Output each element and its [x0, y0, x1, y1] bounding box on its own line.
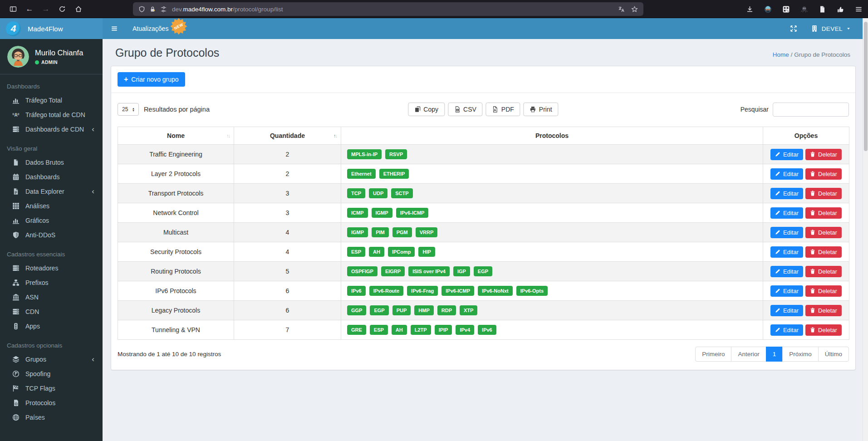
protocol-badge: UDP	[369, 188, 387, 198]
csv-button[interactable]: CSV	[448, 103, 483, 116]
edit-button[interactable]: Editar	[770, 188, 803, 199]
translate-icon[interactable]	[618, 6, 625, 13]
create-group-button[interactable]: + Criar novo grupo	[118, 72, 185, 87]
extension-avatar-icon[interactable]	[764, 5, 772, 13]
pagination-page-1[interactable]: 1	[766, 347, 783, 362]
reload-icon[interactable]	[55, 2, 69, 16]
fullscreen-icon[interactable]	[790, 25, 797, 32]
sidebar-item-grupos[interactable]: Grupos‹	[0, 352, 103, 367]
pagination-first[interactable]: Primeiro	[695, 347, 731, 362]
chevron-left-icon: ‹	[92, 127, 96, 132]
brand[interactable]: 4 Made4Flow	[0, 18, 103, 39]
delete-button[interactable]: Deletar	[805, 188, 842, 199]
table-row: Traffic Engineering2MPLS-in-IPRSVPEditar…	[118, 145, 849, 164]
sidebar-item-label: Anti-DDoS	[25, 231, 55, 239]
scrollbar-thumb[interactable]	[864, 22, 868, 151]
print-button[interactable]: Print	[524, 103, 559, 116]
sidebar-item-cdn[interactable]: CDN	[0, 304, 103, 319]
edit-button[interactable]: Editar	[770, 266, 803, 277]
sidebar-item-anti-ddos[interactable]: Anti-DDoS	[0, 228, 103, 242]
group-protocols: GGPEGPPUPHMPRDPXTP	[341, 301, 763, 320]
delete-button-label: Deletar	[818, 327, 837, 333]
delete-button[interactable]: Deletar	[805, 285, 842, 297]
container-switch-icon[interactable]	[160, 6, 167, 13]
bookmark-star-icon[interactable]	[631, 6, 638, 13]
protocol-badge: EIGRP	[381, 266, 405, 276]
option-buttons: EditarDeletar	[767, 149, 845, 160]
search-input[interactable]	[773, 103, 849, 117]
chevron-left-icon: ‹	[92, 189, 96, 194]
sidebar-item-tr-fego-total-de-cdn[interactable]: Tráfego total de CDN	[0, 108, 103, 122]
extension-qr-icon[interactable]	[782, 5, 790, 13]
sidebar-item-prefixos[interactable]: Prefixos	[0, 275, 103, 290]
protocol-badge: EGP	[474, 266, 492, 276]
extension-document-icon[interactable]	[819, 5, 826, 13]
copy-button[interactable]: Copy	[408, 103, 445, 116]
menu-icon[interactable]	[855, 5, 863, 13]
sidebar-item-tr-fego-total[interactable]: Tráfego Total	[0, 93, 103, 108]
delete-button[interactable]: Deletar	[805, 246, 842, 258]
edit-button[interactable]: Editar	[770, 227, 803, 238]
download-icon[interactable]	[746, 5, 754, 13]
edit-button[interactable]: Editar	[770, 246, 803, 258]
sidebar-item-dados-brutos[interactable]: Dados Brutos	[0, 155, 103, 170]
column-header-nome[interactable]: Nome↑↓	[118, 127, 234, 145]
table-row: Network Control3ICMPIGMPIPv6-ICMPEditarD…	[118, 203, 849, 223]
extension-octopus-icon[interactable]	[800, 5, 808, 13]
pagination-last[interactable]: Último	[818, 347, 849, 362]
url-bar[interactable]: dev.made4flow.com.br/protocol/group/list	[133, 2, 643, 16]
page-scrollbar[interactable]	[863, 18, 868, 441]
sidebar-item-data-explorer[interactable]: Data Explorer‹	[0, 184, 103, 199]
environment-selector[interactable]: DEVEL	[811, 25, 851, 32]
sidebar-collapse-icon[interactable]	[103, 25, 126, 32]
back-icon[interactable]: ←	[23, 2, 36, 16]
sidebar-toggle-icon[interactable]	[6, 2, 20, 16]
tracking-shield-icon[interactable]	[138, 6, 145, 13]
group-quantity: 6	[234, 301, 341, 320]
edit-button[interactable]: Editar	[770, 285, 803, 297]
updates-link[interactable]: Atualizações	[132, 25, 168, 32]
edit-button[interactable]: Editar	[770, 168, 803, 180]
pagination-next[interactable]: Próximo	[782, 347, 819, 362]
group-name: Security Protocols	[118, 242, 234, 262]
group-options: EditarDeletar	[763, 203, 849, 223]
option-buttons: EditarDeletar	[767, 188, 845, 199]
home-icon[interactable]	[72, 2, 85, 16]
lock-icon[interactable]	[149, 6, 156, 13]
sidebar-item-an-lises[interactable]: Análises	[0, 199, 103, 213]
sidebar-item-pa-ses[interactable]: Países	[0, 410, 103, 425]
sidebar-item-spoofing[interactable]: Spoofing	[0, 367, 103, 381]
column-header-quantidade[interactable]: Quantidade↑↓	[234, 127, 341, 145]
delete-button[interactable]: Deletar	[805, 207, 842, 219]
delete-button[interactable]: Deletar	[805, 305, 842, 316]
edit-button[interactable]: Editar	[770, 305, 803, 316]
sidebar-item-dashboards-de-cdn[interactable]: Dashboards de CDN‹	[0, 122, 103, 137]
option-buttons: EditarDeletar	[767, 266, 845, 277]
breadcrumb-home-link[interactable]: Home	[773, 51, 789, 58]
sidebar-item-label: Tráfego total de CDN	[25, 111, 85, 118]
edit-button[interactable]: Editar	[770, 324, 803, 336]
delete-button-label: Deletar	[818, 268, 837, 275]
delete-button[interactable]: Deletar	[805, 168, 842, 180]
page-size-select[interactable]: 25 ▴▾	[118, 103, 139, 116]
sidebar-item-label: Gráficos	[25, 217, 49, 224]
protocol-badge: SCTP	[391, 188, 412, 198]
delete-button[interactable]: Deletar	[805, 266, 842, 277]
extension-thumb-icon[interactable]	[837, 5, 844, 13]
delete-button[interactable]: Deletar	[805, 324, 842, 336]
sidebar-item-protocolos[interactable]: Protocolos	[0, 396, 103, 410]
edit-button[interactable]: Editar	[770, 149, 803, 160]
sidebar-item-label: Spoofing	[25, 370, 50, 377]
sidebar-item-asn[interactable]: ASN	[0, 290, 103, 304]
delete-button[interactable]: Deletar	[805, 149, 842, 160]
sitemap-icon	[12, 279, 20, 286]
pdf-button[interactable]: PDF	[486, 103, 520, 116]
sidebar-item-apps[interactable]: Apps	[0, 319, 103, 333]
sidebar-item-dashboards[interactable]: Dashboards	[0, 170, 103, 184]
sidebar-item-tcp-flags[interactable]: TCP Flags	[0, 381, 103, 396]
delete-button[interactable]: Deletar	[805, 227, 842, 238]
sidebar-item-gr-ficos[interactable]: Gráficos	[0, 213, 103, 228]
edit-button[interactable]: Editar	[770, 207, 803, 219]
sidebar-item-roteadores[interactable]: Roteadores	[0, 261, 103, 275]
pagination-prev[interactable]: Anterior	[731, 347, 766, 362]
